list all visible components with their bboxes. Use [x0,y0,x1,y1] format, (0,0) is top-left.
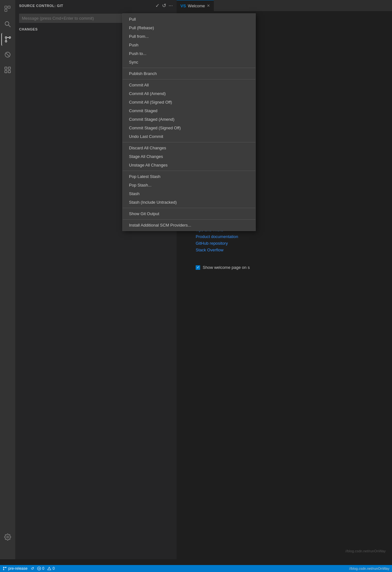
refresh-icon[interactable]: ↺ [162,3,166,9]
more-actions-icon[interactable]: ··· [169,3,173,9]
settings-icon[interactable] [1,531,14,543]
branch-status-item[interactable]: pre-release [3,566,28,571]
menu-item-pull-from[interactable]: Pull from... [123,32,255,41]
menu-group-commit: Commit All Commit All (Amend) Commit All… [123,79,255,142]
status-bar: pre-release ↺ ✕ 0 ! 0 //blog.csdn.net/ru… [0,565,392,572]
branch-icon [3,566,7,571]
menu-item-pull-rebase[interactable]: Pull (Rebase) [123,24,255,32]
svg-rect-1 [5,9,7,11]
welcome-tab-label: Welcome [188,3,205,8]
vscode-icon: VS [180,3,186,8]
menu-item-commit-all-signed[interactable]: Commit All (Signed Off) [123,98,255,106]
svg-point-16 [3,569,4,570]
errors-count: 0 [42,566,44,571]
warnings-status-item[interactable]: ! 0 [47,566,55,571]
menu-item-publish-branch[interactable]: Publish Branch [123,69,255,78]
menu-item-discard-all[interactable]: Discard All Changes [123,144,255,152]
menu-item-push[interactable]: Push [123,41,255,49]
svg-rect-13 [8,71,10,73]
welcome-tab[interactable]: VS Welcome ✕ [177,0,214,11]
menu-item-commit-staged[interactable]: Commit Staged [123,106,255,115]
menu-item-pull[interactable]: Pull [123,15,255,24]
menu-item-commit-staged-amend[interactable]: Commit Staged (Amend) [123,115,255,124]
source-control-icon[interactable] [1,33,14,46]
show-welcome-checkbox-row: ✓ Show welcome page on s [196,265,373,270]
menu-item-sync[interactable]: Sync [123,58,255,66]
git-context-menu: Pull Pull (Rebase) Pull from... Push Pus… [122,13,256,231]
status-url: //blog.csdn.net/runOnWay [349,567,389,570]
stack-overflow-link[interactable]: Stack Overflow [196,248,373,252]
activity-bar [0,0,15,559]
menu-item-commit-staged-signed[interactable]: Commit Staged (Signed Off) [123,124,255,132]
github-repository-link[interactable]: GitHub repository [196,241,373,246]
panel-header-icons: ✓ ↺ ··· [155,3,173,9]
svg-line-9 [6,53,10,57]
panel-title: SOURCE CONTROL: GIT [19,4,153,8]
url-hint: //blog.csdn.net/runOnWay [345,549,386,553]
svg-rect-2 [8,6,10,8]
menu-item-show-git-output[interactable]: Show Git Output [123,209,255,218]
svg-text:✕: ✕ [38,567,40,570]
svg-point-14 [7,536,9,538]
menu-item-stash[interactable]: Stash [123,189,255,198]
menu-group-providers: Install Additional SCM Providers... [123,220,255,231]
svg-line-4 [9,25,11,27]
sync-icon: ↺ [31,566,34,571]
extensions-icon[interactable] [1,64,14,76]
error-icon: ✕ [37,567,41,570]
menu-group-stash: Pop Latest Stash Pop Stash... Stash Stas… [123,171,255,208]
tab-bar: VS Welcome ✕ [177,0,392,11]
svg-rect-11 [8,67,10,69]
menu-item-unstage-all[interactable]: Unstage All Changes [123,161,255,169]
warning-icon: ! [47,567,51,570]
svg-point-15 [3,567,4,568]
explorer-icon[interactable] [1,3,14,15]
commit-checkmark-icon[interactable]: ✓ [155,3,159,9]
product-documentation-link[interactable]: Product documentation [196,234,373,239]
menu-item-install-scm-providers[interactable]: Install Additional SCM Providers... [123,221,255,229]
svg-text:!: ! [49,568,50,570]
menu-item-push-to[interactable]: Push to... [123,49,255,58]
menu-item-stash-include-untracked[interactable]: Stash (Include Untracked) [123,198,255,207]
close-tab-icon[interactable]: ✕ [207,3,210,8]
no-access-icon[interactable] [1,48,14,61]
menu-item-stage-all[interactable]: Stage All Changes [123,152,255,161]
sync-status-item[interactable]: ↺ [31,566,34,571]
errors-status-item[interactable]: ✕ 0 [37,566,44,571]
menu-item-commit-all-amend[interactable]: Commit All (Amend) [123,89,255,98]
svg-rect-10 [5,67,7,69]
svg-point-3 [5,22,9,25]
menu-item-undo-last-commit[interactable]: Undo Last Commit [123,132,255,141]
menu-item-pop-latest-stash[interactable]: Pop Latest Stash [123,172,255,181]
menu-item-commit-all[interactable]: Commit All [123,81,255,89]
panel-header: SOURCE CONTROL: GIT ✓ ↺ ··· [15,0,177,11]
menu-group-publish: Publish Branch [123,68,255,79]
menu-group-changes: Discard All Changes Stage All Changes Un… [123,142,255,171]
svg-point-6 [5,41,7,42]
svg-rect-0 [5,6,7,8]
menu-group-output: Show Git Output [123,208,255,220]
show-welcome-label: Show welcome page on s [203,265,250,270]
menu-group-sync: Pull Pull (Rebase) Pull from... Push Pus… [123,14,255,68]
svg-point-5 [5,37,7,38]
svg-rect-12 [5,71,7,73]
menu-item-pop-stash[interactable]: Pop Stash... [123,181,255,189]
warnings-count: 0 [52,566,55,571]
show-welcome-checkbox[interactable]: ✓ [196,265,200,270]
status-left: pre-release ↺ ✕ 0 ! 0 [3,566,55,571]
branch-name: pre-release [8,566,28,571]
search-icon[interactable] [1,18,14,31]
changes-title: CHANGES [19,27,38,31]
